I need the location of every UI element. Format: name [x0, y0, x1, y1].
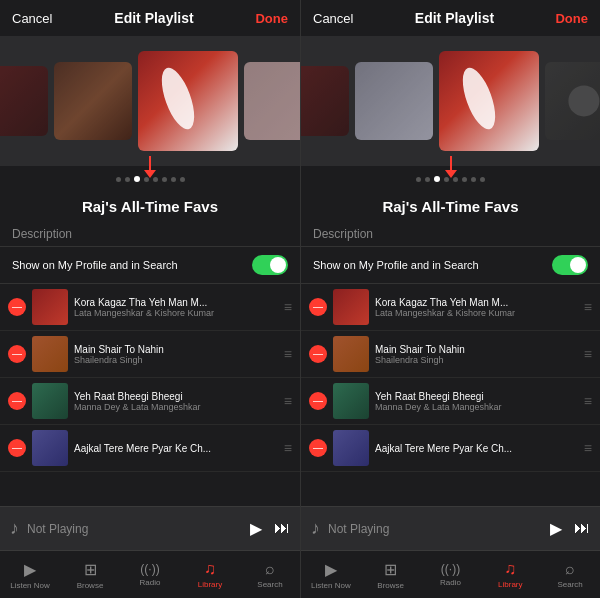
dot-r6[interactable] — [462, 177, 467, 182]
dot-r7[interactable] — [471, 177, 476, 182]
drag-handle-r4[interactable]: ≡ — [584, 440, 592, 456]
tab-browse-right[interactable]: ⊞ Browse — [361, 560, 421, 590]
remove-song-r2[interactable] — [309, 345, 327, 363]
tab-listen-now-right[interactable]: ▶ Listen Now — [301, 560, 361, 590]
song-artist-1: Lata Mangeshkar & Kishore Kumar — [74, 308, 280, 318]
song-item-r4: Aajkal Tere Mere Pyar Ke Ch... ≡ — [301, 425, 600, 472]
tab-search-right[interactable]: ⌕ Search — [540, 560, 600, 589]
remove-song-r3[interactable] — [309, 392, 327, 410]
song-item-2: Main Shair To Nahin Shailendra Singh ≡ — [0, 331, 300, 378]
carousel-card-prev1[interactable] — [54, 62, 132, 140]
play-button-right[interactable]: ▶ — [550, 519, 562, 538]
carousel-track — [0, 51, 300, 151]
browse-label-right: Browse — [377, 581, 404, 590]
song-title-1: Kora Kagaz Tha Yeh Man M... — [74, 297, 280, 308]
carousel-card-prev1-right[interactable] — [355, 62, 433, 140]
search-icon-right: ⌕ — [565, 560, 575, 578]
drag-handle-3[interactable]: ≡ — [284, 393, 292, 409]
remove-song-4[interactable] — [8, 439, 26, 457]
tab-radio[interactable]: ((·)) Radio — [120, 562, 180, 587]
drag-handle-1[interactable]: ≡ — [284, 299, 292, 315]
song-info-1: Kora Kagaz Tha Yeh Man M... Lata Mangesh… — [74, 297, 280, 318]
dots-row-right — [301, 166, 600, 190]
toggle-label: Show on My Profile and in Search — [12, 259, 178, 271]
tab-library-right[interactable]: ♫ Library — [480, 560, 540, 589]
carousel-card-next1[interactable] — [244, 62, 300, 140]
song-title-4: Aajkal Tere Mere Pyar Ke Ch... — [74, 443, 280, 454]
song-list-right: Kora Kagaz Tha Yeh Man M... Lata Mangesh… — [301, 284, 600, 506]
dot-r2[interactable] — [425, 177, 430, 182]
song-list: Kora Kagaz Tha Yeh Man M... Lata Mangesh… — [0, 284, 300, 506]
arrow-indicator — [144, 156, 156, 178]
tab-browse[interactable]: ⊞ Browse — [60, 560, 120, 590]
carousel-card-next1-right[interactable] — [545, 62, 601, 140]
song-art-r4 — [333, 430, 369, 466]
cancel-button-right[interactable]: Cancel — [313, 11, 353, 26]
drag-handle-4[interactable]: ≡ — [284, 440, 292, 456]
skip-button-right[interactable]: ⏭ — [574, 519, 590, 538]
carousel-card-active-right[interactable] — [439, 51, 539, 151]
dot-2[interactable] — [125, 177, 130, 182]
dot-r1[interactable] — [416, 177, 421, 182]
listen-now-icon: ▶ — [24, 560, 36, 579]
header-right: Cancel Edit Playlist Done — [301, 0, 600, 36]
drag-handle-r1[interactable]: ≡ — [584, 299, 592, 315]
radio-label-right: Radio — [440, 578, 461, 587]
done-button-right[interactable]: Done — [555, 11, 588, 26]
dot-8[interactable] — [180, 177, 185, 182]
remove-song-2[interactable] — [8, 345, 26, 363]
dot-3[interactable] — [134, 176, 140, 182]
remove-song-3[interactable] — [8, 392, 26, 410]
browse-icon: ⊞ — [84, 560, 97, 579]
profile-toggle-right[interactable] — [552, 255, 588, 275]
music-note-icon-right: ♪ — [311, 518, 320, 539]
song-item-r3: Yeh Raat Bheegi Bheegi Manna Dey & Lata … — [301, 378, 600, 425]
skip-button[interactable]: ⏭ — [274, 519, 290, 538]
song-info-2: Main Shair To Nahin Shailendra Singh — [74, 344, 280, 365]
profile-toggle[interactable] — [252, 255, 288, 275]
library-icon-right: ♫ — [504, 560, 516, 578]
carousel-card-active[interactable] — [138, 51, 238, 151]
play-button[interactable]: ▶ — [250, 519, 262, 538]
remove-song-r1[interactable] — [309, 298, 327, 316]
drag-handle-r2[interactable]: ≡ — [584, 346, 592, 362]
carousel-card-prev2-right[interactable] — [301, 66, 349, 136]
tab-listen-now[interactable]: ▶ Listen Now — [0, 560, 60, 590]
playlist-title-section-right: Raj's All-Time Favs — [301, 190, 600, 220]
dot-1[interactable] — [116, 177, 121, 182]
header: Cancel Edit Playlist Done — [0, 0, 300, 36]
song-artist-r1: Lata Mangeshkar & Kishore Kumar — [375, 308, 580, 318]
song-artist-r2: Shailendra Singh — [375, 355, 580, 365]
done-button[interactable]: Done — [255, 11, 288, 26]
search-label: Search — [257, 580, 282, 589]
description-placeholder-right[interactable]: Description — [313, 227, 373, 241]
song-title-r2: Main Shair To Nahin — [375, 344, 580, 355]
song-info-r4: Aajkal Tere Mere Pyar Ke Ch... — [375, 443, 580, 454]
tab-radio-right[interactable]: ((·)) Radio — [421, 562, 481, 587]
browse-icon-right: ⊞ — [384, 560, 397, 579]
carousel-card-prev2[interactable] — [0, 66, 48, 136]
cancel-button[interactable]: Cancel — [12, 11, 52, 26]
mini-player-right[interactable]: ♪ Not Playing ▶ ⏭ — [301, 506, 600, 550]
drag-handle-r3[interactable]: ≡ — [584, 393, 592, 409]
remove-song-r4[interactable] — [309, 439, 327, 457]
dot-r8[interactable] — [480, 177, 485, 182]
song-art-1 — [32, 289, 68, 325]
song-art-r1 — [333, 289, 369, 325]
song-item-4: Aajkal Tere Mere Pyar Ke Ch... ≡ — [0, 425, 300, 472]
description-placeholder[interactable]: Description — [12, 227, 72, 241]
song-title-r1: Kora Kagaz Tha Yeh Man M... — [375, 297, 580, 308]
song-item-1: Kora Kagaz Tha Yeh Man M... Lata Mangesh… — [0, 284, 300, 331]
song-artist-2: Shailendra Singh — [74, 355, 280, 365]
tab-search[interactable]: ⌕ Search — [240, 560, 300, 589]
listen-now-label-right: Listen Now — [311, 581, 351, 590]
drag-handle-2[interactable]: ≡ — [284, 346, 292, 362]
dot-r3[interactable] — [434, 176, 440, 182]
library-label: Library — [198, 580, 222, 589]
description-section: Description — [0, 220, 300, 247]
remove-song-1[interactable] — [8, 298, 26, 316]
dot-6[interactable] — [162, 177, 167, 182]
dot-7[interactable] — [171, 177, 176, 182]
tab-library[interactable]: ♫ Library — [180, 560, 240, 589]
mini-player[interactable]: ♪ Not Playing ▶ ⏭ — [0, 506, 300, 550]
